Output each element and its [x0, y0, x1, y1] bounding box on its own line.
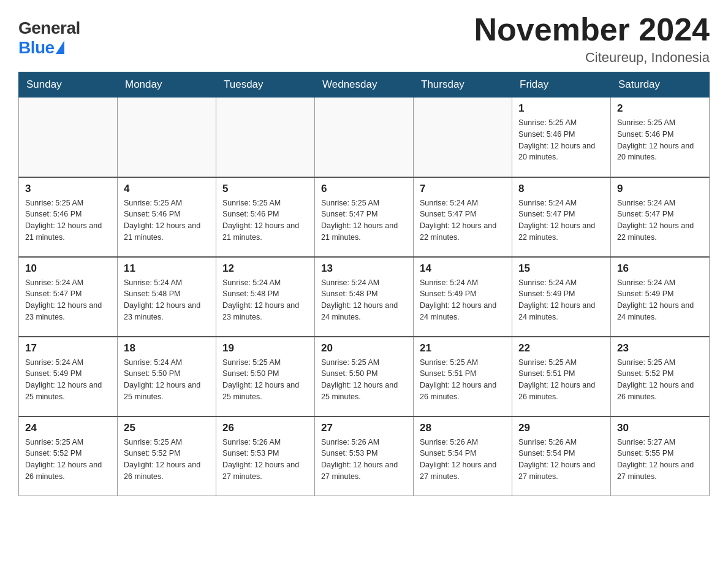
month-title: November 2024 — [474, 12, 710, 47]
calendar-cell-1-4: 7Sunrise: 5:24 AM Sunset: 5:47 PM Daylig… — [414, 177, 512, 257]
calendar-cell-2-6: 16Sunrise: 5:24 AM Sunset: 5:49 PM Dayli… — [611, 257, 710, 337]
cell-info: Sunrise: 5:25 AM Sunset: 5:46 PM Dayligh… — [518, 117, 604, 163]
calendar-cell-3-1: 18Sunrise: 5:24 AM Sunset: 5:50 PM Dayli… — [118, 337, 216, 416]
day-number: 23 — [617, 342, 703, 354]
day-number: 5 — [222, 183, 308, 195]
day-number: 14 — [420, 262, 506, 275]
calendar-cell-2-0: 10Sunrise: 5:24 AM Sunset: 5:47 PM Dayli… — [19, 257, 118, 337]
day-number: 1 — [518, 102, 604, 115]
week-row-3: 10Sunrise: 5:24 AM Sunset: 5:47 PM Dayli… — [19, 257, 710, 337]
day-number: 26 — [222, 422, 308, 434]
logo-blue-row: Blue — [18, 38, 64, 58]
cell-info: Sunrise: 5:25 AM Sunset: 5:50 PM Dayligh… — [321, 357, 407, 403]
header-tuesday: Tuesday — [216, 72, 315, 98]
day-number: 18 — [124, 342, 210, 354]
calendar-cell-4-4: 28Sunrise: 5:26 AM Sunset: 5:54 PM Dayli… — [414, 416, 512, 496]
day-number: 8 — [518, 183, 604, 195]
cell-info: Sunrise: 5:24 AM Sunset: 5:47 PM Dayligh… — [420, 197, 506, 243]
calendar-table: Sunday Monday Tuesday Wednesday Thursday… — [18, 72, 710, 496]
week-row-1: 1Sunrise: 5:25 AM Sunset: 5:46 PM Daylig… — [19, 98, 710, 177]
day-number: 24 — [25, 422, 111, 434]
cell-info: Sunrise: 5:24 AM Sunset: 5:49 PM Dayligh… — [617, 277, 703, 323]
calendar-cell-1-1: 4Sunrise: 5:25 AM Sunset: 5:46 PM Daylig… — [118, 177, 216, 257]
cell-info: Sunrise: 5:27 AM Sunset: 5:55 PM Dayligh… — [617, 437, 703, 483]
day-number: 16 — [617, 262, 703, 275]
week-row-4: 17Sunrise: 5:24 AM Sunset: 5:49 PM Dayli… — [19, 337, 710, 416]
calendar-cell-0-4 — [414, 98, 512, 177]
calendar-cell-3-0: 17Sunrise: 5:24 AM Sunset: 5:49 PM Dayli… — [19, 337, 118, 416]
calendar-cell-4-6: 30Sunrise: 5:27 AM Sunset: 5:55 PM Dayli… — [611, 416, 710, 496]
cell-info: Sunrise: 5:24 AM Sunset: 5:47 PM Dayligh… — [617, 197, 703, 243]
header-thursday: Thursday — [414, 72, 512, 98]
cell-info: Sunrise: 5:25 AM Sunset: 5:52 PM Dayligh… — [25, 437, 111, 483]
day-number: 3 — [25, 183, 111, 195]
day-number: 25 — [124, 422, 210, 434]
calendar-cell-4-0: 24Sunrise: 5:25 AM Sunset: 5:52 PM Dayli… — [19, 416, 118, 496]
calendar-cell-0-2 — [216, 98, 315, 177]
title-area: November 2024 Citeureup, Indonesia — [474, 12, 710, 66]
cell-info: Sunrise: 5:25 AM Sunset: 5:52 PM Dayligh… — [124, 437, 210, 483]
cell-info: Sunrise: 5:25 AM Sunset: 5:51 PM Dayligh… — [420, 357, 506, 403]
calendar-cell-1-5: 8Sunrise: 5:24 AM Sunset: 5:47 PM Daylig… — [512, 177, 611, 257]
calendar-cell-3-2: 19Sunrise: 5:25 AM Sunset: 5:50 PM Dayli… — [216, 337, 315, 416]
calendar-cell-4-3: 27Sunrise: 5:26 AM Sunset: 5:53 PM Dayli… — [315, 416, 414, 496]
day-number: 10 — [25, 262, 111, 275]
cell-info: Sunrise: 5:24 AM Sunset: 5:49 PM Dayligh… — [420, 277, 506, 323]
page-header: General Blue November 2024 Citeureup, In… — [18, 12, 710, 66]
calendar-cell-1-2: 5Sunrise: 5:25 AM Sunset: 5:46 PM Daylig… — [216, 177, 315, 257]
cell-info: Sunrise: 5:25 AM Sunset: 5:50 PM Dayligh… — [222, 357, 308, 403]
day-number: 20 — [321, 342, 407, 354]
day-number: 28 — [420, 422, 506, 434]
calendar-cell-0-1 — [118, 98, 216, 177]
day-number: 4 — [124, 183, 210, 195]
day-number: 15 — [518, 262, 604, 275]
calendar-cell-4-1: 25Sunrise: 5:25 AM Sunset: 5:52 PM Dayli… — [118, 416, 216, 496]
calendar-cell-1-0: 3Sunrise: 5:25 AM Sunset: 5:46 PM Daylig… — [19, 177, 118, 257]
header-friday: Friday — [512, 72, 611, 98]
day-number: 29 — [518, 422, 604, 434]
logo-general-text: General — [18, 18, 80, 38]
cell-info: Sunrise: 5:25 AM Sunset: 5:46 PM Dayligh… — [124, 197, 210, 243]
day-number: 21 — [420, 342, 506, 354]
calendar-cell-1-6: 9Sunrise: 5:24 AM Sunset: 5:47 PM Daylig… — [611, 177, 710, 257]
calendar-cell-3-3: 20Sunrise: 5:25 AM Sunset: 5:50 PM Dayli… — [315, 337, 414, 416]
location-subtitle: Citeureup, Indonesia — [474, 50, 710, 66]
cell-info: Sunrise: 5:26 AM Sunset: 5:54 PM Dayligh… — [518, 437, 604, 483]
day-number: 27 — [321, 422, 407, 434]
calendar-cell-2-5: 15Sunrise: 5:24 AM Sunset: 5:49 PM Dayli… — [512, 257, 611, 337]
logo: General Blue — [18, 18, 80, 58]
cell-info: Sunrise: 5:25 AM Sunset: 5:52 PM Dayligh… — [617, 357, 703, 403]
day-number: 9 — [617, 183, 703, 195]
calendar-cell-3-6: 23Sunrise: 5:25 AM Sunset: 5:52 PM Dayli… — [611, 337, 710, 416]
cell-info: Sunrise: 5:24 AM Sunset: 5:49 PM Dayligh… — [518, 277, 604, 323]
day-number: 13 — [321, 262, 407, 275]
day-number: 6 — [321, 183, 407, 195]
cell-info: Sunrise: 5:24 AM Sunset: 5:48 PM Dayligh… — [222, 277, 308, 323]
calendar-cell-2-3: 13Sunrise: 5:24 AM Sunset: 5:48 PM Dayli… — [315, 257, 414, 337]
calendar-cell-0-3 — [315, 98, 414, 177]
day-number: 22 — [518, 342, 604, 354]
calendar-cell-3-5: 22Sunrise: 5:25 AM Sunset: 5:51 PM Dayli… — [512, 337, 611, 416]
weekday-header-row: Sunday Monday Tuesday Wednesday Thursday… — [19, 72, 710, 98]
cell-info: Sunrise: 5:24 AM Sunset: 5:47 PM Dayligh… — [25, 277, 111, 323]
cell-info: Sunrise: 5:25 AM Sunset: 5:46 PM Dayligh… — [617, 117, 703, 163]
cell-info: Sunrise: 5:26 AM Sunset: 5:53 PM Dayligh… — [222, 437, 308, 483]
header-saturday: Saturday — [611, 72, 710, 98]
calendar-cell-2-4: 14Sunrise: 5:24 AM Sunset: 5:49 PM Dayli… — [414, 257, 512, 337]
logo-blue-text: Blue — [18, 38, 55, 58]
calendar-cell-3-4: 21Sunrise: 5:25 AM Sunset: 5:51 PM Dayli… — [414, 337, 512, 416]
week-row-2: 3Sunrise: 5:25 AM Sunset: 5:46 PM Daylig… — [19, 177, 710, 257]
day-number: 12 — [222, 262, 308, 275]
day-number: 19 — [222, 342, 308, 354]
cell-info: Sunrise: 5:26 AM Sunset: 5:53 PM Dayligh… — [321, 437, 407, 483]
header-wednesday: Wednesday — [315, 72, 414, 98]
calendar-cell-2-1: 11Sunrise: 5:24 AM Sunset: 5:48 PM Dayli… — [118, 257, 216, 337]
cell-info: Sunrise: 5:25 AM Sunset: 5:51 PM Dayligh… — [518, 357, 604, 403]
calendar-cell-4-2: 26Sunrise: 5:26 AM Sunset: 5:53 PM Dayli… — [216, 416, 315, 496]
calendar-cell-0-0 — [19, 98, 118, 177]
cell-info: Sunrise: 5:25 AM Sunset: 5:47 PM Dayligh… — [321, 197, 407, 243]
cell-info: Sunrise: 5:24 AM Sunset: 5:48 PM Dayligh… — [124, 277, 210, 323]
day-number: 17 — [25, 342, 111, 354]
cell-info: Sunrise: 5:24 AM Sunset: 5:47 PM Dayligh… — [518, 197, 604, 243]
logo-triangle-icon — [56, 40, 64, 54]
